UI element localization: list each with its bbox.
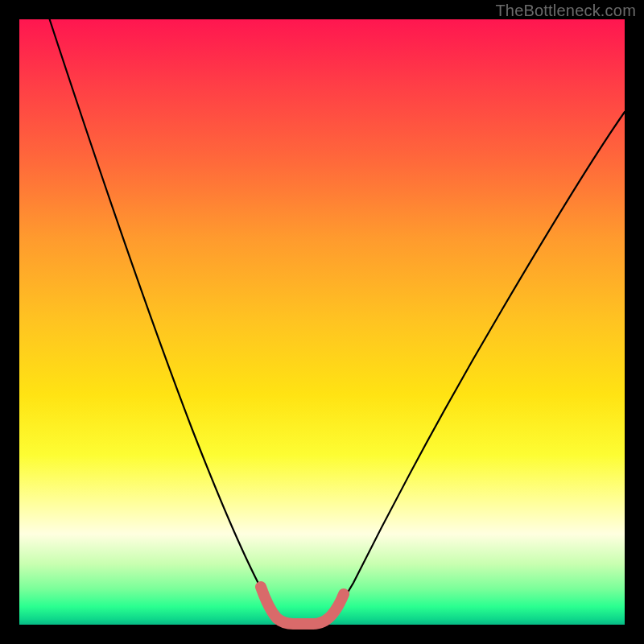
watermark-text: TheBottleneck.com bbox=[495, 2, 636, 20]
flat-region-marker bbox=[261, 587, 344, 624]
plot-area bbox=[19, 19, 625, 625]
chart-frame: TheBottleneck.com bbox=[0, 0, 644, 644]
bottleneck-curve-path bbox=[50, 19, 625, 623]
curve-svg bbox=[19, 19, 625, 625]
